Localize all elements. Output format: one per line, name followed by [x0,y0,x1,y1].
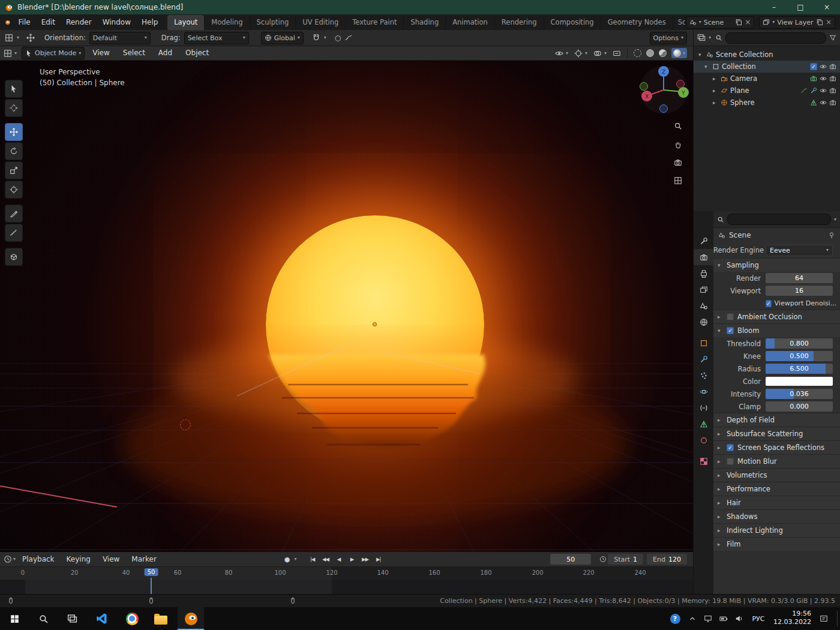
section-shadows[interactable]: ▸Shadows [713,509,840,523]
transform-orientation-dropdown[interactable]: Global ▾ [261,32,304,44]
auto-keying-record-button[interactable]: ● [281,554,293,565]
editor-type-icon[interactable] [5,34,13,42]
workspace-tab-compositing[interactable]: Compositing [544,15,601,30]
collection-checkbox[interactable]: ✓ [810,63,817,70]
menu-window[interactable]: Window [97,15,136,30]
workspace-tab-shading[interactable]: Shading [404,15,446,30]
taskbar-search-button[interactable] [30,607,56,630]
disclosure-icon[interactable]: ▾ [704,64,710,70]
filter-funnel-icon[interactable] [829,34,836,41]
tray-help-icon[interactable]: ? [667,607,683,630]
tab-modifier-properties[interactable] [694,351,713,367]
file-explorer-taskbar-icon[interactable] [148,607,174,630]
language-indicator[interactable]: РУС [748,607,769,630]
rotate-tool[interactable] [5,142,23,160]
shading-solid-button[interactable] [646,49,654,57]
tab-scene-properties[interactable] [694,298,713,314]
section-film[interactable]: ▸Film [713,537,840,551]
start-button[interactable] [1,607,28,630]
transform-tool[interactable] [5,181,23,199]
viewport-editor-icon[interactable] [4,49,12,58]
show-desktop-divider[interactable] [837,611,838,626]
tab-render-properties[interactable] [694,249,713,265]
viewport-menu-select[interactable]: Select [118,46,151,61]
minimize-button[interactable]: – [761,0,787,14]
jump-to-end-button[interactable]: ▶| [373,554,385,565]
render-visibility-camera-icon[interactable] [829,75,836,82]
render-visibility-camera-icon[interactable] [829,63,836,70]
camera-view-button[interactable] [670,155,686,170]
outliner-search-input[interactable] [725,32,826,44]
menu-render[interactable]: Render [61,15,97,30]
tab-physics-properties[interactable] [694,383,713,400]
timeline-menu-view[interactable]: View [97,552,125,567]
section-motion-blur[interactable]: ▸Motion Blur [713,454,840,468]
close-button[interactable]: × [814,0,840,14]
ambient-occlusion-checkbox[interactable] [727,313,734,320]
navigation-gizmo[interactable]: Z X Y [638,64,689,116]
snap-options-caret-icon[interactable]: ▾ [324,35,326,40]
section-hair[interactable]: ▸Hair [713,496,840,509]
viewport-menu-add[interactable]: Add [153,46,178,61]
section-indirect-lighting[interactable]: ▸Indirect Lighting [713,523,840,537]
render-visibility-camera-icon[interactable] [829,87,836,94]
tab-world-properties[interactable] [694,314,713,330]
visibility-eye-icon[interactable] [555,49,563,58]
jump-to-start-button[interactable]: |◀ [307,554,319,565]
workspace-tab-scripting[interactable]: Scripting [673,15,686,30]
new-scene-icon[interactable] [735,19,742,26]
intensity-slider[interactable]: 0.036 [766,389,833,399]
tray-chevron-up-icon[interactable] [685,607,700,630]
ortho-grid-button[interactable] [670,173,686,188]
render-visibility-camera-icon[interactable] [829,99,836,106]
tab-object-properties[interactable] [694,335,713,351]
timeline-editor-icon[interactable] [4,555,12,563]
render-samples-field[interactable]: 64 [766,273,833,283]
mode-dropdown[interactable]: Object Mode ▾ [22,47,85,59]
workspace-tab-layout[interactable]: Layout [167,15,205,30]
tab-view-layer-properties[interactable] [694,281,713,298]
workspace-tab-animation[interactable]: Animation [446,15,495,30]
taskbar-clock[interactable]: 19:56 12.03.2022 [773,610,811,626]
task-view-button[interactable] [59,607,85,630]
section-performance[interactable]: ▸Performance [713,482,840,496]
section-ambient-occlusion[interactable]: ▸ Ambient Occlusion [713,310,840,323]
outliner-row-collection[interactable]: ▾ Collection ✓ [694,61,840,73]
workspace-tab-uv-editing[interactable]: UV Editing [296,15,346,30]
menu-file[interactable]: File [13,15,36,30]
options-dropdown[interactable]: Options ▾ [650,32,687,44]
measure-tool[interactable] [5,224,23,242]
gizmo-z-neg[interactable] [660,105,668,113]
viewport-3d[interactable]: ▾ Object Mode ▾ View Select Add Object ▾… [0,46,693,552]
workspace-tab-texture-paint[interactable]: Texture Paint [346,15,404,30]
workspace-tab-rendering[interactable]: Rendering [495,15,544,30]
properties-search-input[interactable] [727,214,831,225]
timeline-menu-marker[interactable]: Marker [126,552,161,567]
gizmos-icon[interactable] [574,49,583,58]
annotate-tool[interactable] [5,205,23,223]
timeline-menu-keying[interactable]: Keying [61,552,96,567]
threshold-slider[interactable]: 0.800 [766,338,833,349]
vscode-taskbar-icon[interactable] [89,607,115,630]
outliner-row-camera[interactable]: ▸ Camera [694,73,840,85]
add-cube-tool[interactable] [5,248,23,266]
falloff-curve-icon[interactable] [344,34,353,42]
chrome-taskbar-icon[interactable] [119,607,145,630]
shading-material-button[interactable] [659,49,667,57]
current-frame-field[interactable]: 50 [550,554,591,565]
timeline-track-area[interactable] [0,580,693,594]
gizmo-y-neg[interactable] [640,83,648,91]
filter-caret-icon[interactable]: ▾ [834,217,836,222]
viewport-menu-view[interactable]: View [87,46,115,61]
move-tool[interactable] [5,123,23,141]
view-layer-selector[interactable]: ▾ View Layer × [759,16,835,29]
remove-view-layer-icon[interactable]: × [826,18,832,26]
blender-taskbar-icon[interactable] [178,607,204,630]
tray-network-icon[interactable] [701,607,715,630]
zoom-button[interactable] [670,118,686,134]
unlink-scene-icon[interactable]: × [745,18,751,26]
ssr-checkbox[interactable]: ✓ [727,444,734,451]
disclosure-icon[interactable]: ▾ [698,52,704,58]
tab-particle-properties[interactable] [694,367,713,383]
play-button[interactable]: ▶ [346,554,358,565]
